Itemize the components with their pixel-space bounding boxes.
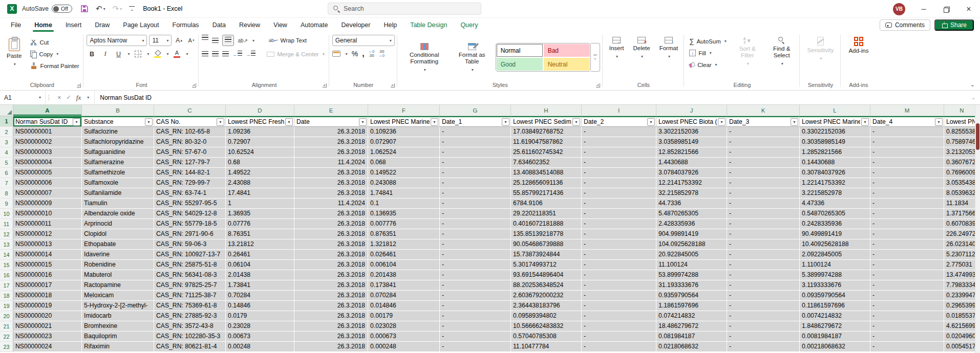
header-cell-K1[interactable]: Date_3▼ [727,116,800,127]
align-right-icon[interactable] [222,51,229,57]
cell-D19[interactable]: 0.14846 [226,301,294,311]
cell-M17[interactable]: - [870,280,944,291]
paste-caret-icon[interactable]: ▾ [14,61,16,68]
cell-A21[interactable]: NS00000021 [13,321,82,332]
cell-F12[interactable]: 0.876351 [368,229,440,239]
cell-J13[interactable]: 104.0925628188 [656,239,727,250]
cell-I15[interactable]: - [582,260,656,270]
tab-help[interactable]: Help [377,18,403,32]
cell-K6[interactable]: - [727,168,800,178]
orientation-caret-icon[interactable]: ▾ [252,38,254,43]
cell-L22[interactable]: 0.0081984187 [800,332,870,342]
tab-insert[interactable]: Insert [59,18,88,32]
cell-H5[interactable]: 7.634602352 [511,158,582,168]
cell-K3[interactable]: - [727,137,800,147]
find-select-button[interactable]: Find & Select ▾ [766,35,797,68]
excel-app-icon[interactable]: X [7,4,17,14]
cell-E13[interactable]: 26.3.2018 [294,239,368,250]
cell-I13[interactable]: - [582,239,656,250]
cell-A18[interactable]: NS00000018 [13,291,82,301]
cell-L16[interactable]: 5.3899974288 [800,270,870,280]
cell-L4[interactable]: 1.2852821566 [800,147,870,158]
cell-I3[interactable]: - [582,137,656,147]
cell-M19[interactable]: - [870,301,944,311]
cell-C9[interactable]: CAS_RN: 55297-95-5 [154,198,226,209]
cell-I4[interactable]: - [582,147,656,158]
close-button[interactable]: × [957,0,980,18]
cell-C8[interactable]: CAS_RN: 63-74-1 [154,188,226,198]
tab-file[interactable]: File [4,18,28,32]
cell-F14[interactable]: 0.026461 [368,250,440,260]
cell-I22[interactable]: - [582,332,656,342]
cell-B3[interactable]: Sulfachloropyridazine [82,137,154,147]
cell-B12[interactable]: Clopidol [82,229,154,239]
row-header-15[interactable]: 15 [0,260,13,270]
cell-J21[interactable]: 18.486279672 [656,321,727,332]
cell-M15[interactable]: - [870,260,944,270]
cell-H22[interactable]: 0.57040785308 [511,332,582,342]
cell-A15[interactable]: NS00000015 [13,260,82,270]
sort-filter-button[interactable]: AZ▼ Sort & Filter ▾ [733,35,762,68]
cell-F7[interactable]: 0.243088 [368,178,440,188]
row-header-5[interactable]: 5 [0,158,13,168]
insert-function-icon[interactable]: fx [76,94,81,102]
tab-home[interactable]: Home [28,18,59,32]
cell-A4[interactable]: NS00000003 [13,147,82,158]
cell-G21[interactable]: - [440,321,511,332]
cell-J10[interactable]: 5.4870265305 [656,209,727,219]
cell-C15[interactable]: CAS_RN: 25875-51-8 [154,260,226,270]
cell-F21[interactable]: 0.023028 [368,321,440,332]
cell-C17[interactable]: CAS_RN: 97825-25-7 [154,280,226,291]
cell-J8[interactable]: 32.215852978 [656,188,727,198]
cell-L10[interactable]: 0.54870265305 [800,209,870,219]
cell-A10[interactable]: NS00000010 [13,209,82,219]
column-header-D[interactable]: D [226,105,294,116]
name-box-caret-icon[interactable]: ▾ [39,95,41,100]
cell-I12[interactable]: - [582,229,656,239]
cell-H2[interactable]: 17.038492768752 [511,127,582,137]
cancel-icon[interactable]: × [57,94,61,101]
cell-B16[interactable]: Mabuterol [82,270,154,280]
cell-B14[interactable]: Idaverine [82,250,154,260]
cell-C22[interactable]: CAS_RN: 102280-35-3 [154,332,226,342]
cell-J11[interactable]: 2.428335936 [656,219,727,229]
cell-E12[interactable]: 26.3.2018 [294,229,368,239]
column-header-C[interactable]: C [154,105,226,116]
cell-K17[interactable]: - [727,280,800,291]
cell-B4[interactable]: Sulfaguanidine [82,147,154,158]
share-button[interactable]: Share [934,19,974,31]
cell-B5[interactable]: Sulfamerazine [82,158,154,168]
cell-A9[interactable]: NS00000009 [13,198,82,209]
row-header-2[interactable]: 2 [0,127,13,137]
cell-M23[interactable]: - [870,342,944,352]
font-dialog-launcher-icon[interactable] [192,83,196,87]
tab-draw[interactable]: Draw [88,18,116,32]
filter-button-K[interactable]: ▼ [791,118,798,126]
cell-B23[interactable]: Rifaximin [82,342,154,352]
cell-M21[interactable]: - [870,321,944,332]
undo-caret-icon[interactable]: ▾ [103,7,105,11]
cell-F10[interactable]: 0.136935 [368,209,440,219]
cell-L12[interactable]: 90.499891419 [800,229,870,239]
cell-K19[interactable]: - [727,301,800,311]
select-all-corner[interactable] [0,105,13,116]
cell-H11[interactable]: 0.4016072181888 [511,219,582,229]
cell-H8[interactable]: 55.857992171436 [511,188,582,198]
cell-F20[interactable]: 0.00179 [368,311,440,321]
cell-B7[interactable]: Sulfamoxole [82,178,154,188]
cell-E9[interactable]: 11.4.2024 [294,198,368,209]
align-center-icon[interactable] [212,51,219,57]
column-header-J[interactable]: J [656,105,727,116]
cell-G11[interactable]: - [440,219,511,229]
tab-data[interactable]: Data [206,18,232,32]
cell-F3[interactable]: 0.072907 [368,137,440,147]
cell-M14[interactable]: - [870,250,944,260]
insert-cells-caret-icon[interactable]: ▾ [616,53,618,60]
cell-D5[interactable]: 0.68 [226,158,294,168]
cell-I9[interactable]: - [582,198,656,209]
cell-G23[interactable]: - [440,342,511,352]
cell-G17[interactable]: - [440,280,511,291]
font-color-button[interactable]: A [172,49,182,59]
fill-color-caret-icon[interactable]: ▾ [167,52,169,56]
cell-D9[interactable]: 1 [226,198,294,209]
